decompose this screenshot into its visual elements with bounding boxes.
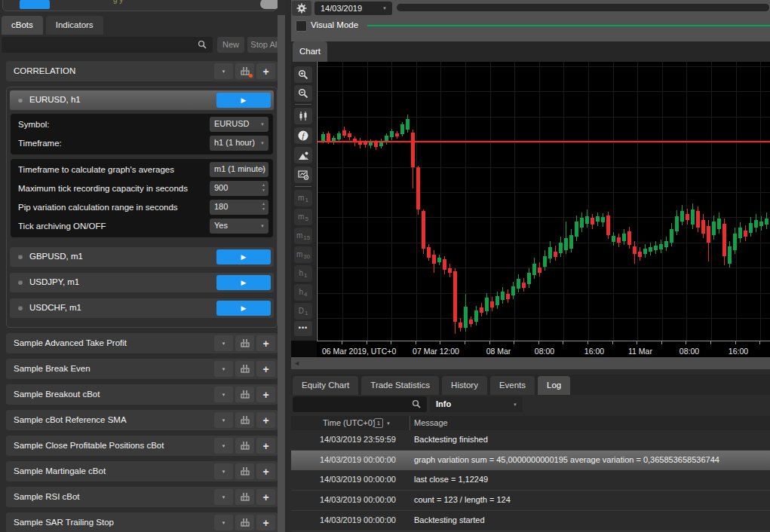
play-button[interactable]: ▶ [216, 275, 271, 290]
instance-row-usdchf-m1[interactable]: USDCHF, m1 ▶ [10, 298, 274, 318]
cbot-row-sample-breakout-cbot[interactable]: Sample Breakout cBot ▼ + [6, 384, 278, 405]
cbot-settings-icon[interactable] [235, 361, 254, 377]
timeframe-button-D1[interactable]: D1 [294, 303, 312, 320]
chart-options-icon[interactable] [294, 167, 312, 183]
snapshot-icon[interactable] [294, 147, 312, 164]
cbot-row-sample-martingale-cbot[interactable]: Sample Martingale cBot ▼ + [6, 461, 278, 482]
add-instance-icon[interactable]: + [256, 515, 275, 530]
cbot-row-sample-sar-trailing-stop[interactable]: Sample SAR Trailing Stop ▼ + [6, 512, 278, 532]
add-instance-icon[interactable]: + [256, 489, 275, 505]
add-instance-icon[interactable]: + [256, 361, 275, 377]
clipped-round-button[interactable] [260, 0, 278, 9]
add-instance-icon[interactable]: + [256, 63, 275, 79]
play-button[interactable]: ▶ [216, 301, 271, 316]
log-row[interactable]: 14/03/2019 00:00:00 graph variation sum … [291, 451, 770, 470]
clipped-blue-button[interactable] [20, 0, 50, 9]
open-price-line [318, 141, 770, 142]
tab-equity-chart[interactable]: Equity Chart [293, 376, 358, 395]
add-instance-icon[interactable]: + [256, 412, 275, 428]
scroll-left-icon[interactable]: ◄ [293, 359, 300, 367]
chevron-down-icon[interactable]: ▼ [214, 515, 233, 530]
avg-timeframe-select[interactable]: m1 (1 minute)▼ [210, 162, 268, 177]
candlestick-chart[interactable] [317, 62, 770, 341]
stepper-arrows-icon[interactable]: ▲▼ [262, 182, 265, 193]
column-time[interactable]: Time (UTC+0) [323, 418, 376, 427]
chevron-down-icon[interactable]: ▼ [214, 387, 233, 402]
log-row[interactable]: 14/03/2019 00:00:00 count = 123 / length… [291, 491, 770, 511]
cbot-settings-icon[interactable] [235, 63, 254, 79]
symbol-select[interactable]: EURUSD▼ [210, 117, 268, 132]
cbot-settings-icon[interactable] [235, 438, 254, 454]
tick-archiving-select[interactable]: Yes▼ [210, 219, 268, 234]
chevron-down-icon[interactable]: ▼ [214, 463, 233, 479]
tick-capacity-stepper[interactable]: 900▲▼ [210, 181, 268, 196]
new-cbot-button[interactable]: New [217, 37, 244, 53]
zoom-in-icon[interactable] [294, 66, 312, 83]
cbot-row-sample-cbot-reference-sma[interactable]: Sample cBot Reference SMA ▼ + [6, 410, 278, 430]
timeframe-select[interactable]: h1 (1 hour)▼ [210, 136, 268, 151]
zoom-out-icon[interactable] [294, 85, 312, 102]
cbot-row-sample-rsi-cbot[interactable]: Sample RSI cBot ▼ + [6, 487, 278, 507]
left-panel-scrollbar[interactable] [278, 15, 285, 532]
timeframe-button-m5[interactable]: m5 [294, 209, 312, 225]
tab-events[interactable]: Events [490, 376, 535, 395]
log-level-select[interactable]: Info ▼ [430, 396, 523, 412]
timeframe-button-m30[interactable]: m30 [294, 246, 312, 263]
chevron-down-icon[interactable]: ▼ [214, 361, 233, 377]
pip-range-stepper[interactable]: 180▲▼ [210, 200, 268, 215]
visual-mode-checkbox[interactable] [296, 20, 307, 32]
cbot-settings-icon[interactable] [235, 489, 254, 505]
tab-history[interactable]: History [442, 376, 487, 395]
cbots-search-input[interactable] [6, 38, 190, 52]
tab-cbots[interactable]: cBots [2, 16, 43, 35]
stepper-arrows-icon[interactable]: ▲▼ [262, 201, 265, 212]
log-row[interactable]: 14/03/2019 23:59:59 Backtesting finished [291, 430, 770, 451]
gear-icon[interactable] [292, 1, 311, 16]
timeframe-button-m15[interactable]: m15 [294, 228, 312, 244]
tab-indicators[interactable]: Indicators [46, 16, 103, 35]
more-timeframes-icon[interactable]: ••• [294, 321, 312, 336]
chevron-down-icon[interactable]: ▼ [214, 63, 233, 79]
add-instance-icon[interactable]: + [256, 387, 275, 402]
play-button[interactable]: ▶ [216, 93, 271, 108]
timeframe-button-h4[interactable]: h4 [294, 284, 312, 301]
backtest-date-select[interactable]: 14/03/2019 ▼ [314, 2, 392, 15]
cbot-settings-icon[interactable] [235, 463, 254, 479]
cbot-settings-icon[interactable] [235, 335, 254, 351]
timeframe-button-m1[interactable]: m1 [294, 190, 312, 206]
search-icon [412, 399, 421, 408]
cbot-row-sample-advanced-take-profit[interactable]: Sample Advanced Take Profit ▼ + [6, 333, 278, 353]
timeframe-button-h1[interactable]: h1 [294, 265, 312, 282]
cbot-row-correlation[interactable]: CORRELATION ▼ + [6, 61, 278, 81]
cbot-row-sample-close-profitable-positions-cbot[interactable]: Sample Close Profitable Positions cBot ▼… [6, 436, 278, 456]
tab-log[interactable]: Log [538, 376, 570, 395]
sort-direction-icon[interactable]: ▼ [386, 421, 391, 426]
chart-type-candles-icon[interactable] [294, 108, 312, 124]
add-instance-icon[interactable]: + [256, 463, 275, 479]
column-message[interactable]: Message [414, 418, 448, 427]
cbot-settings-icon[interactable] [235, 387, 254, 402]
add-instance-icon[interactable]: + [256, 335, 275, 351]
chevron-down-icon[interactable]: ▼ [214, 335, 233, 351]
cbot-settings-icon[interactable] [235, 515, 254, 530]
chevron-down-icon[interactable]: ▼ [214, 412, 233, 428]
log-row[interactable]: 14/03/2019 00:00:00 Backtesting started [291, 511, 770, 531]
instance-row-eurusd-h1[interactable]: EURUSD, h1 ▶ [10, 90, 274, 110]
chevron-down-icon: ▼ [260, 167, 265, 172]
candle-body [485, 298, 489, 311]
add-instance-icon[interactable]: + [256, 438, 275, 454]
cbot-row-sample-break-even[interactable]: Sample Break Even ▼ + [6, 359, 278, 379]
tab-trade-statistics[interactable]: Trade Statistics [361, 376, 439, 395]
instance-row-gbpusd-m1[interactable]: GBPUSD, m1 ▶ [10, 247, 274, 267]
chevron-down-icon[interactable]: ▼ [214, 438, 233, 454]
log-search-input[interactable] [297, 398, 410, 411]
instance-row-usdjpy-m1[interactable]: USDJPY, m1 ▶ [10, 273, 274, 292]
chevron-down-icon[interactable]: ▼ [214, 489, 233, 505]
chart-horizontal-scrollbar[interactable]: ◄ [291, 357, 770, 369]
log-time: 14/03/2019 00:00:00 [320, 475, 396, 484]
play-button[interactable]: ▶ [216, 249, 271, 264]
indicators-icon[interactable]: f [294, 127, 312, 144]
log-row[interactable]: 14/03/2019 00:00:00 last close = 1,12249 [291, 470, 770, 491]
cbot-settings-icon[interactable] [235, 412, 254, 428]
tab-chart[interactable]: Chart [293, 41, 327, 62]
